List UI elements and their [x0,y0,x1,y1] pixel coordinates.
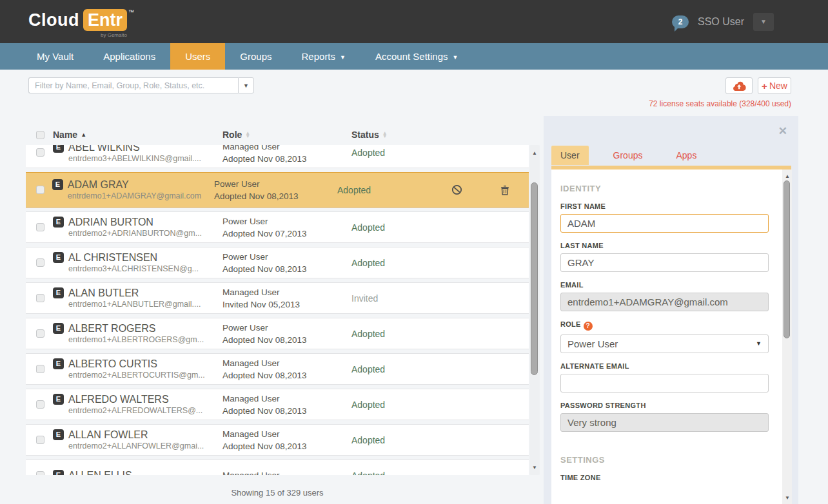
time-zone-label: TIME ZONE [560,474,772,481]
row-checkbox[interactable] [36,294,44,302]
tab-groups[interactable]: Groups [604,146,652,165]
settings-section-header: SETTINGS [560,455,772,465]
nav-item-account-settings[interactable]: Account Settings▼ [360,43,473,70]
row-checkbox[interactable] [36,365,44,373]
row-checkbox[interactable] [36,329,44,338]
user-role: Managed User [222,145,351,153]
table-row-allan-fowler[interactable]: E ALLAN FOWLER entrdemo2+ALLANFOWLER@gma… [26,424,529,456]
user-name: AL CHRISTENSEN [68,251,199,264]
scroll-down-arrow-icon[interactable]: ▼ [529,462,540,472]
row-checkbox[interactable] [36,148,44,157]
app-header: Cloud Entr ™ by Gemalto 2 SSO User ▼ [0,0,828,43]
email-label: EMAIL [560,281,772,289]
close-icon[interactable]: ✕ [778,124,787,138]
user-role-date: Adopted Nov 08,2013 [222,153,351,165]
scrollbar-thumb[interactable] [531,182,538,375]
cloud-upload-icon [732,81,746,91]
user-menu-label[interactable]: SSO User [698,16,744,28]
help-icon[interactable]: ? [584,322,593,331]
new-user-button[interactable]: + New [758,77,791,94]
table-row-adam-gray[interactable]: E ADAM GRAY entrdemo1+ADAMGRAY@gmail.com… [26,172,529,208]
first-name-field[interactable] [560,214,769,233]
panel-tabs: User Groups Apps [551,146,705,165]
table-row-abel-wilkins[interactable]: E ABEL WILKINS entrdemo3+ABELWILKINS@gma… [26,145,529,168]
trademark-symbol: ™ [128,9,134,15]
logo-byline: by Gemalto [101,32,127,38]
user-role: Managed User [222,393,351,405]
last-name-label: LAST NAME [560,242,772,249]
user-email: entrdemo2+ADRIANBURTON@gm... [68,228,202,238]
user-menu-dropdown-button[interactable]: ▼ [753,13,774,31]
table-row-alberto-curtis[interactable]: E ALBERTO CURTIS entrdemo2+ALBERTOCURTIS… [26,353,529,385]
table-row-alfredo-walters[interactable]: E ALFREDO WALTERS entrdemo2+ALFREDOWALTE… [26,389,529,420]
user-name: ALLAN FOWLER [68,429,204,441]
table-row-alan-butler[interactable]: E ALAN BUTLER entrdemo1+ALANBUTLER@gmail… [26,282,529,314]
status-badge: Adopted [351,435,451,445]
delete-user-button[interactable] [500,185,509,195]
scroll-up-arrow-icon[interactable]: ▲ [782,171,793,181]
nav-item-reports[interactable]: Reports▼ [287,43,360,70]
scrollbar-thumb[interactable] [784,180,790,338]
row-checkbox[interactable] [36,223,44,231]
column-header-name[interactable]: Name ▲ [53,130,222,140]
status-badge: Adopted [351,400,451,410]
new-button-label: New [769,81,787,91]
role-select[interactable]: Power User ▼ [560,334,769,353]
user-role: Managed User [222,469,351,475]
user-name: ALBERTO CURTIS [68,358,205,370]
password-strength-readonly: Very strong [560,413,769,432]
scroll-up-arrow-icon[interactable]: ▲ [529,148,540,158]
sort-ascending-icon: ▲ [81,131,86,138]
table-row-albert-rogers[interactable]: E ALBERT ROGERS entrdemo1+ALBERTROGERS@g… [26,318,529,349]
row-checkbox[interactable] [36,400,44,409]
import-users-button[interactable] [725,77,753,94]
user-role: Power User [222,251,351,263]
user-role: Power User [222,322,351,334]
status-badge: Adopted [351,470,451,476]
tab-user[interactable]: User [551,146,589,165]
user-role-date: Invited Nov 05,2013 [222,298,351,311]
table-row-adrian-burton[interactable]: E ADRIAN BURTON entrdemo2+ADRIANBURTON@g… [26,211,529,243]
user-role-date: Adopted Nov 07,2013 [222,228,351,240]
row-checkbox[interactable] [36,471,44,475]
enterprise-badge-icon: E [53,470,64,475]
status-badge: Adopted [351,258,451,268]
panel-scrollbar[interactable]: ▲ ▼ [782,170,792,504]
user-email: entrdemo1+ADAMGRAY@gmail.com [68,191,201,201]
alternate-email-field[interactable] [560,374,769,393]
row-checkbox[interactable] [36,436,44,444]
nav-item-applications[interactable]: Applications [88,43,170,70]
table-row-allen-ellis[interactable]: E ALLEN ELLIS Managed User Adopted [26,460,529,475]
select-all-checkbox[interactable] [36,131,44,139]
nav-item-users[interactable]: Users [170,43,225,70]
filter-input[interactable] [28,77,238,93]
nav-item-groups[interactable]: Groups [225,43,286,70]
filter-dropdown-button[interactable]: ▼ [238,77,254,93]
user-role-date: Adopted Nov 08,2013 [222,405,351,417]
row-checkbox[interactable] [36,186,44,194]
chevron-down-icon: ▼ [760,18,767,25]
column-header-role[interactable]: Role ▲▼ [222,130,351,140]
scroll-down-arrow-icon[interactable]: ▼ [782,492,793,503]
block-user-button[interactable] [451,184,462,195]
user-name: ALBERT ROGERS [68,322,204,334]
nav-item-my-vault[interactable]: My Vault [22,43,88,70]
table-scrollbar[interactable]: ▲ ▼ [529,145,540,475]
last-name-field[interactable] [560,253,769,272]
user-email: entrdemo3+ALCHRISTENSEN@g... [68,264,199,274]
user-email: entrdemo2+ALBERTOCURTIS@gm... [68,370,205,380]
enterprise-badge-icon: E [53,252,64,263]
user-role: Managed User [222,357,351,369]
user-role: Power User [222,215,351,228]
user-name: ALLEN ELLIS [68,469,132,475]
enterprise-badge-icon: E [53,217,64,228]
chevron-down-icon: ▼ [340,54,346,61]
row-checkbox[interactable] [36,258,44,267]
status-badge: Adopted [351,222,451,233]
main-nav: My Vault Applications Users Groups Repor… [0,43,828,70]
column-header-status[interactable]: Status ▲▼ [351,130,388,140]
table-row-al-christensen[interactable]: E AL CHRISTENSEN entrdemo3+ALCHRISTENSEN… [26,247,529,278]
tab-apps[interactable]: Apps [667,146,705,165]
cloudentr-logo: Cloud Entr ™ by Gemalto [28,9,127,38]
notification-bubble-icon[interactable]: 2 [672,15,689,28]
